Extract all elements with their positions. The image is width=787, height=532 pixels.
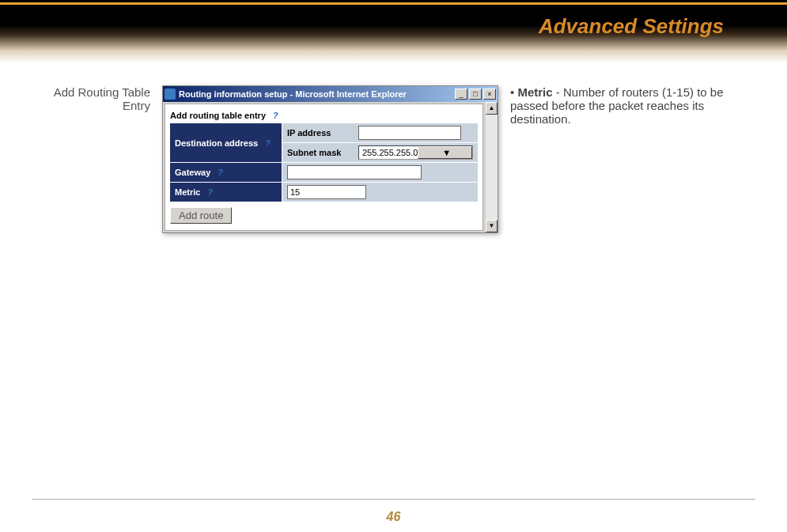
gateway-label-cell: Gateway ? (170, 163, 282, 183)
metric-input[interactable] (287, 185, 366, 199)
ip-label: IP address (282, 123, 354, 143)
dest-label-cell: Destination address ? (170, 123, 282, 163)
gateway-label: Gateway (175, 168, 210, 177)
section-label: Add Routing Table Entry (40, 85, 150, 112)
ie-icon (165, 89, 176, 100)
routing-dialog: Routing information setup - Microsoft In… (162, 85, 498, 233)
subnet-mask-value: 255.255.255.0 (359, 148, 418, 157)
restore-button[interactable]: □ (469, 89, 482, 100)
help-icon[interactable]: ? (218, 168, 223, 177)
metric-input-cell (282, 183, 478, 202)
ip-address-input[interactable] (358, 126, 461, 140)
page-title: Advanced Settings (539, 14, 724, 39)
metric-label-cell: Metric ? (170, 183, 282, 202)
window-title: Routing information setup - Microsoft In… (179, 89, 453, 99)
form-heading-text: Add routing table entry (170, 111, 266, 120)
chevron-down-icon: ▼ (418, 146, 472, 159)
window-titlebar: Routing information setup - Microsoft In… (163, 86, 498, 102)
gateway-input[interactable] (287, 165, 422, 179)
metric-label: Metric (175, 187, 200, 197)
add-route-button[interactable]: Add route (170, 207, 232, 224)
form-heading: Add routing table entry ? (170, 111, 478, 123)
header-band: Advanced Settings (0, 0, 787, 63)
description-term: Metric (517, 85, 552, 99)
subnet-mask-select[interactable]: 255.255.255.0 ▼ (358, 145, 473, 160)
scrollbar[interactable]: ▲ ▼ (485, 102, 498, 232)
dialog-body: Add routing table entry ? Destination ad… (165, 104, 483, 231)
ip-input-cell (354, 123, 478, 143)
footer-divider (32, 499, 755, 500)
gateway-input-cell (282, 163, 478, 183)
help-icon[interactable]: ? (207, 187, 213, 197)
mask-input-cell: 255.255.255.0 ▼ (354, 143, 478, 163)
scroll-up-icon[interactable]: ▲ (486, 102, 498, 115)
routing-form-table: Destination address ? IP address Subnet … (170, 123, 478, 202)
page-number: 46 (0, 510, 787, 524)
mask-label: Subnet mask (282, 143, 354, 163)
help-icon[interactable]: ? (265, 138, 271, 148)
close-button[interactable]: × (483, 89, 496, 100)
description-text: • Metric - Number of routers (1-15) to b… (510, 85, 732, 126)
scroll-down-icon[interactable]: ▼ (486, 220, 498, 232)
bullet: • (510, 85, 514, 99)
help-icon[interactable]: ? (273, 111, 278, 120)
dest-label: Destination address (175, 138, 258, 148)
minimize-button[interactable]: _ (455, 89, 467, 100)
